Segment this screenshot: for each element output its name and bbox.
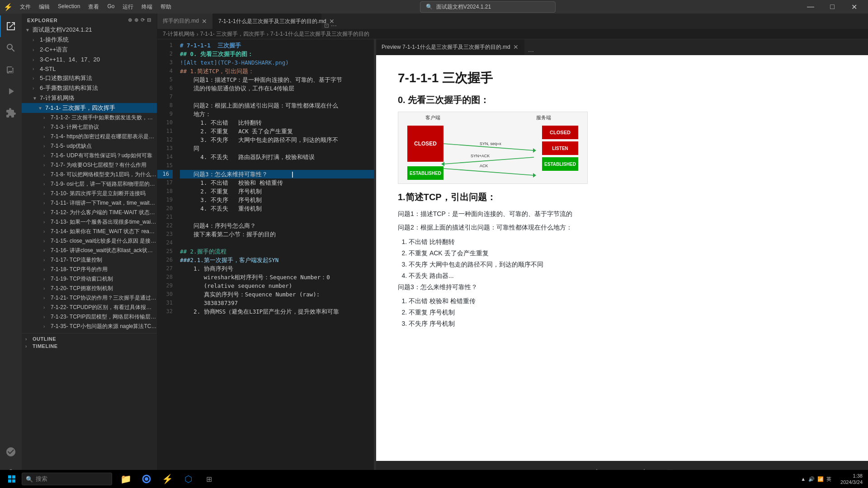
sidebar-item-7117[interactable]: › 7-1-17- TCP流量控制	[22, 255, 157, 265]
sidebar-item-7121[interactable]: › 7-1-21- TCP协议的作用？三次握手是通过什么方法来保证通信双方确认的…	[22, 293, 157, 303]
breadcrumb-part1[interactable]: 7-计算机网络	[163, 30, 195, 38]
preview-tab-label: Preview 7-1-1-1什么是三次握手及三次握手的目的.md	[382, 43, 510, 51]
sidebar-item-7110[interactable]: › 7-1-10- 第四次挥手完是立刻断开连接吗	[22, 189, 157, 198]
preview-tab-active[interactable]: Preview 7-1-1-1什么是三次握手及三次握手的目的.md ✕	[376, 39, 524, 55]
window-controls: — □ ✕	[800, 0, 864, 14]
menu-terminal[interactable]: 终端	[138, 1, 156, 13]
activity-accounts[interactable]	[0, 441, 22, 463]
sidebar-item-7113[interactable]: › 7-1-13- 如果一个服务器出现很多time_wait状态可能是什么情况	[22, 217, 157, 227]
menu-help[interactable]: 帮助	[157, 1, 175, 13]
new-folder-icon[interactable]: ⊕	[134, 17, 139, 23]
code-editor[interactable]: 12345 678910 1112131415 16 1718192021 22…	[157, 39, 374, 488]
more-actions-icon[interactable]: ⋯	[331, 22, 337, 29]
title-search-box[interactable]: 🔍 面试题文档V2024.1.21	[420, 1, 556, 13]
sidebar-item-4[interactable]: › 4-STL	[22, 65, 157, 73]
sidebar-item-717[interactable]: › 7-1-7- 为啥要OSI七层模型？有什么作用	[22, 160, 157, 170]
svg-text:SYN, seq=x: SYN, seq=x	[480, 141, 501, 146]
preview-q2-item4: 不丢失 路由器...	[409, 270, 846, 282]
activity-explorer[interactable]	[0, 15, 22, 37]
breadcrumb-part2[interactable]: 7-1-1- 三次握手，四次挥手	[200, 30, 265, 38]
taskbar-search-box[interactable]: 🔍 搜索	[22, 473, 112, 485]
menu-view[interactable]: 查看	[85, 1, 103, 13]
taskbar-search-text: 搜索	[36, 475, 47, 483]
timeline-section[interactable]: › TIMELINE	[22, 343, 157, 350]
taskbar-apps[interactable]: ⊞	[199, 470, 219, 488]
preview-tcp-desc: 问题1：描述TCP：是一种面向连接的、可靠的、基于字节流的	[398, 209, 846, 219]
sidebar-item-7122[interactable]: › 7-1-22- TCPUDP的区别，有看过具体报文的信息吗	[22, 303, 157, 312]
split-editor-icon[interactable]: ⊡	[324, 22, 329, 29]
sidebar-item-714[interactable]: › 7-1-4- https的加密过程是在哪层那表示是干嘛的	[22, 132, 157, 141]
taskbar-chrome[interactable]	[137, 470, 156, 488]
menu-selection[interactable]: Selection	[54, 1, 84, 13]
sidebar-item-7111[interactable]: › 7-1-11- 详细讲一下Time_wait，time_wait要等多久，为…	[22, 198, 157, 208]
activity-search[interactable]	[0, 37, 22, 59]
tcp-diagram: 客户端 服务端 CLOSED CLOSED LISTEN ESTABLISHED…	[398, 112, 588, 184]
sidebar-item-716[interactable]: › 7-1-6- UDP有可靠性保证吗？udp如何可靠	[22, 151, 157, 160]
activity-source-control[interactable]	[0, 59, 22, 80]
outline-section[interactable]: › OUTLINE	[22, 335, 157, 343]
sidebar-item-7120[interactable]: › 7-1-20- TCP拥塞控制机制	[22, 284, 157, 293]
close-button[interactable]: ✕	[844, 0, 864, 14]
tab-huishou-close[interactable]: ✕	[202, 18, 207, 25]
breadcrumb-part3[interactable]: 7-1-1-1什么是三次握手及三次握手的目的	[270, 30, 369, 38]
activity-run[interactable]	[0, 80, 22, 102]
activity-bar	[0, 14, 22, 488]
maximize-button[interactable]: □	[822, 0, 843, 14]
tab-huishou-label: 挥手的目的.md	[163, 17, 199, 25]
sidebar-item-7114[interactable]: › 7-1-14- 如果你在 TIME_WAIT 状态下 read 函数会发生什…	[22, 227, 157, 236]
menu-file[interactable]: 文件	[16, 1, 34, 13]
preview-section1: 1.简述TCP，引出问题：	[398, 191, 846, 203]
sidebar-item-718[interactable]: › 7-1-8- 可以把网络模型变为1层吗，为什么不行	[22, 170, 157, 179]
tree-root[interactable]: ▼ 面试题文档V2024.1.21	[22, 25, 157, 35]
preview-q3-text: 问题3：怎么来维持可靠性？	[398, 282, 846, 292]
minimize-button[interactable]: —	[800, 0, 821, 14]
svg-point-14	[145, 477, 148, 481]
sidebar-header-icons: ⊕ ⊕ ⟳ ⊟	[128, 17, 151, 23]
editor-area: 挥手的目的.md ✕ 7-1-1-1什么是三次握手及三次握手的目的.md ✕ ⊡…	[157, 14, 868, 488]
sidebar-item-1[interactable]: › 1-操作系统	[22, 35, 157, 45]
tab-active[interactable]: 7-1-1-1什么是三次握手及三次握手的目的.md ✕	[213, 14, 321, 29]
sidebar-item-2[interactable]: › 2-C++语言	[22, 45, 157, 55]
sidebar-item-715[interactable]: › 7-1-5- udp优缺点	[22, 141, 157, 151]
sidebar-item-7112[interactable]: › 7-1-12- 为什么客户端的 TIME-WAIT 状态必须等待 2MSL	[22, 208, 157, 217]
taskbar-clock[interactable]: 1:38 2024/3/24	[837, 473, 866, 486]
menu-go[interactable]: Go	[104, 1, 118, 13]
refresh-icon[interactable]: ⟳	[141, 17, 145, 23]
sidebar-item-7119[interactable]: › 7-1-19- TCP滑动窗口机制	[22, 274, 157, 284]
sidebar: EXPLORER ⊕ ⊕ ⟳ ⊟ ▼ 面试题文档V2024.1.21 › 1-操…	[22, 14, 157, 488]
outline-label: OUTLINE	[33, 336, 56, 342]
menu-edit[interactable]: 编辑	[35, 1, 53, 13]
sidebar-item-7115[interactable]: › 7-1-15- close_wait比较多是什么原因 是接收方还是发送方的状…	[22, 236, 157, 246]
sidebar-item-713[interactable]: › 7-1-3- 计网七层协议	[22, 122, 157, 132]
sidebar-item-selected[interactable]: ▼ 7-1-1- 三次握手，四次挥手	[22, 103, 157, 113]
sidebar-item-6[interactable]: › 6-手撕数据结构和算法	[22, 83, 157, 93]
preview-wrapper: 7-1-1-1 三次握手 0. 先看三次握手的图： 客户端 服务端 CLOSED…	[376, 55, 868, 488]
code-text[interactable]: # 7-1-1-1 三次握手 ## 0. 先看三次握手的图： ![Alt tex…	[176, 39, 374, 488]
collapse-icon[interactable]: ⊟	[147, 17, 151, 23]
preview-tab-close[interactable]: ✕	[513, 43, 519, 51]
sidebar-item-7116[interactable]: › 7-1-16- 讲讲close_wait状态和last_ack状态的区别	[22, 246, 157, 255]
taskbar-vscode[interactable]: ⚡	[157, 470, 177, 488]
sidebar-item-5[interactable]: › 5-口述数据结构算法	[22, 73, 157, 83]
menu-run[interactable]: 运行	[119, 1, 137, 13]
sidebar-item-7135[interactable]: › 7-1-35- TCP小包问题的来源 nagle算法TCP窗口斟酌综合症，其…	[22, 322, 157, 331]
sidebar-item-7123[interactable]: › 7-1-23- TCPIP四层模型，网络层和传输层有什么区别？网络层的主要工…	[22, 312, 157, 322]
activity-extensions[interactable]	[0, 102, 22, 124]
line-numbers: 12345 678910 1112131415 16 1718192021 22…	[157, 39, 176, 488]
breadcrumb-sep1: ›	[197, 31, 198, 38]
preview-more-icon[interactable]: ⋯	[528, 48, 534, 55]
new-file-icon[interactable]: ⊕	[128, 17, 132, 23]
sidebar-item-7118[interactable]: › 7-1-18- TCP序号的作用	[22, 265, 157, 274]
start-button[interactable]	[2, 470, 22, 488]
preview-content: 7-1-1-1 三次握手 0. 先看三次握手的图： 客户端 服务端 CLOSED…	[376, 55, 868, 478]
taskbar-explorer[interactable]: 📁	[116, 470, 136, 488]
sidebar-item-719[interactable]: › 7-1-9- osi七层，讲一下链路层和物理层的协议，关联	[22, 179, 157, 189]
tab-huishou[interactable]: 挥手的目的.md ✕	[157, 14, 213, 29]
app-body: EXPLORER ⊕ ⊕ ⟳ ⊟ ▼ 面试题文档V2024.1.21 › 1-操…	[0, 14, 868, 488]
taskbar-app-icons: 📁 ⚡ ⬡ ⊞	[116, 470, 219, 488]
sidebar-item-3[interactable]: › 3-C++11、14、17、20	[22, 55, 157, 65]
taskbar-sys-tray[interactable]: ▲ 🔊 📶 英	[797, 476, 835, 483]
sidebar-item-712[interactable]: › 7-1-1-2- 三次握手中如果数据发送失败，让你设计你会怎么处理	[22, 113, 157, 122]
sidebar-item-7[interactable]: ▼ 7-计算机网络	[22, 93, 157, 103]
taskbar-edge[interactable]: ⬡	[178, 470, 198, 488]
